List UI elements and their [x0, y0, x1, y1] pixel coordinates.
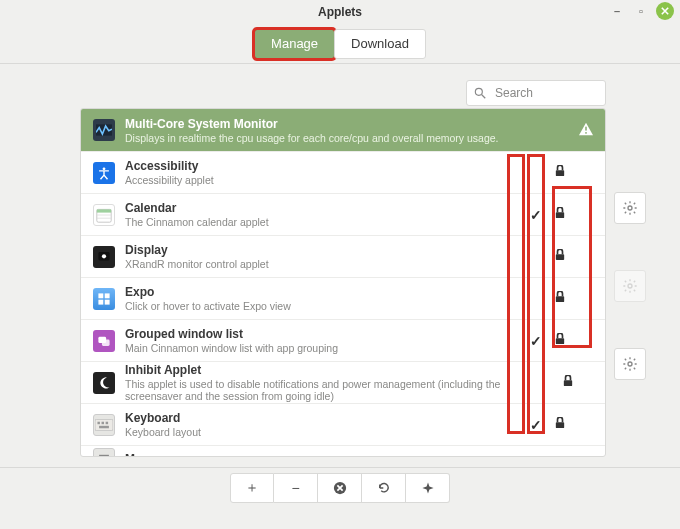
enabled-indicator: ✓ [529, 207, 543, 223]
applet-list: Multi-Core System Monitor Displays in re… [80, 108, 606, 457]
tab-download[interactable]: Download [334, 29, 426, 59]
settings-button-expo[interactable] [614, 270, 646, 302]
svg-rect-4 [585, 132, 587, 134]
lock-icon [553, 207, 567, 222]
monitor-icon [93, 119, 115, 141]
gear-icon [622, 278, 638, 294]
svg-rect-30 [99, 454, 109, 455]
menu-icon [93, 448, 115, 458]
gear-icon [622, 356, 638, 372]
lock-icon [553, 333, 567, 348]
sparkle-icon [421, 481, 435, 495]
minus-icon: − [291, 480, 299, 496]
lock-icon [563, 375, 573, 390]
svg-rect-22 [556, 338, 564, 344]
svg-rect-3 [585, 126, 587, 130]
search-icon [473, 86, 487, 100]
lock-icon [553, 417, 567, 432]
applet-title: Accessibility [125, 159, 519, 173]
svg-point-35 [628, 362, 632, 366]
applet-title: Keyboard [125, 411, 519, 425]
grouped-windows-icon [93, 330, 115, 352]
search-input[interactable] [493, 85, 593, 101]
svg-rect-6 [556, 170, 564, 176]
remove-button[interactable]: − [274, 473, 318, 503]
window-minimize-button[interactable]: – [608, 2, 626, 20]
svg-rect-28 [99, 425, 109, 427]
cancel-button[interactable] [318, 473, 362, 503]
gear-icon [622, 200, 638, 216]
applet-title: Menu [125, 452, 519, 458]
applet-title: Grouped window list [125, 327, 519, 341]
svg-line-1 [482, 95, 486, 99]
svg-point-13 [102, 254, 106, 258]
applet-desc: This applet is used to disable notificat… [125, 378, 533, 402]
applet-row-keyboard[interactable]: Keyboard Keyboard layout ✓ [81, 403, 605, 445]
tab-label: Download [351, 36, 409, 51]
svg-rect-29 [556, 422, 564, 428]
applet-desc: Keyboard layout [125, 426, 519, 438]
add-button[interactable]: ＋ [230, 473, 274, 503]
tab-label: Manage [271, 36, 318, 51]
svg-point-34 [628, 284, 632, 288]
applet-row-inhibit[interactable]: Inhibit Applet This applet is used to di… [81, 361, 605, 403]
svg-rect-19 [556, 296, 564, 302]
applet-row-grouped-window-list[interactable]: Grouped window list Main Cinnamon window… [81, 319, 605, 361]
window-title: Applets [318, 5, 362, 19]
applet-row-expo[interactable]: Expo Click or hover to activate Expo vie… [81, 277, 605, 319]
undo-button[interactable] [362, 473, 406, 503]
accessibility-icon [93, 162, 115, 184]
warning-icon [577, 122, 595, 139]
applet-title: Multi-Core System Monitor [125, 117, 519, 131]
applet-desc: Click or hover to activate Expo view [125, 300, 519, 312]
settings-button-grouped-window-list[interactable] [614, 348, 646, 380]
expo-icon [93, 288, 115, 310]
svg-rect-15 [98, 293, 103, 298]
applet-desc: XRandR monitor control applet [125, 258, 519, 270]
lock-icon [553, 249, 567, 264]
applet-row-accessibility[interactable]: Accessibility Accessibility applet [81, 151, 605, 193]
applet-title: Display [125, 243, 519, 257]
svg-rect-14 [556, 254, 564, 260]
svg-rect-16 [105, 293, 110, 298]
applet-title: Calendar [125, 201, 519, 215]
svg-point-33 [628, 206, 632, 210]
applet-desc: Displays in realtime the cpu usage for e… [125, 132, 519, 144]
calendar-icon [93, 204, 115, 226]
applet-desc: Main Cinnamon window list with app group… [125, 342, 519, 354]
svg-rect-27 [106, 421, 108, 423]
lock-icon [553, 291, 567, 306]
cancel-icon [333, 481, 347, 495]
more-button[interactable] [406, 473, 450, 503]
svg-point-5 [103, 167, 106, 170]
enabled-indicator: ✓ [529, 417, 543, 433]
applet-row-menu[interactable]: Menu [81, 445, 605, 457]
tab-manage[interactable]: Manage [254, 29, 335, 59]
svg-rect-21 [102, 339, 110, 345]
applet-desc: Accessibility applet [125, 174, 519, 186]
applet-title: Expo [125, 285, 519, 299]
svg-rect-8 [97, 209, 111, 212]
svg-rect-26 [102, 421, 104, 423]
lock-icon [553, 165, 567, 180]
svg-rect-17 [98, 299, 103, 304]
applet-desc: The Cinnamon calendar applet [125, 216, 519, 228]
undo-icon [377, 481, 391, 495]
applet-row-calendar[interactable]: Calendar The Cinnamon calendar applet ✓ [81, 193, 605, 235]
window-close-button[interactable] [656, 2, 674, 20]
moon-icon [93, 372, 115, 394]
svg-rect-25 [97, 421, 99, 423]
applet-row-multicore[interactable]: Multi-Core System Monitor Displays in re… [81, 109, 605, 151]
svg-rect-11 [556, 212, 564, 218]
svg-point-0 [475, 88, 482, 95]
window-maximize-button[interactable]: ▫ [632, 2, 650, 20]
svg-rect-23 [563, 380, 571, 386]
keyboard-icon [93, 414, 115, 436]
svg-rect-18 [105, 299, 110, 304]
applet-row-display[interactable]: Display XRandR monitor control applet [81, 235, 605, 277]
search-box[interactable] [466, 80, 606, 106]
settings-button-calendar[interactable] [614, 192, 646, 224]
applet-title: Inhibit Applet [125, 363, 533, 377]
enabled-indicator: ✓ [529, 333, 543, 349]
svg-rect-24 [95, 419, 113, 430]
